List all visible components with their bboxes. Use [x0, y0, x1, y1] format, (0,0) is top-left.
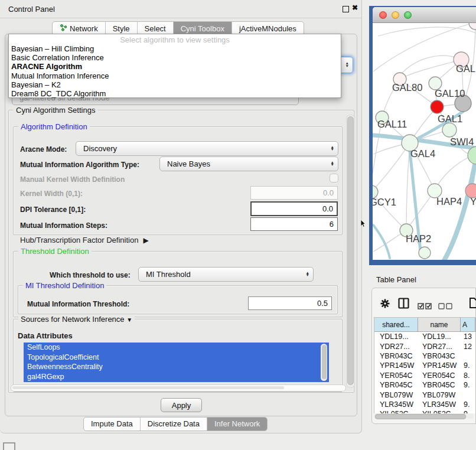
table-cell[interactable]: YBL079W [418, 391, 461, 399]
attributes-vertical-scrollbar[interactable] [321, 344, 327, 381]
table-row[interactable]: YBL079WYBL079W [374, 390, 475, 399]
algorithm-option[interactable]: Bayesian – Hill Climbing [9, 44, 341, 53]
kernel-width-label: Kernel Width (0,1): [20, 190, 83, 198]
node-attribute-table: shared... name A YDL19...YDL19...13YDR27… [374, 317, 476, 413]
table-cell[interactable]: YDR27... [418, 343, 461, 351]
close-traffic-light-icon[interactable] [379, 11, 387, 19]
table-cell[interactable]: YDR27... [374, 343, 418, 351]
screen: { "control_panel": { "title": "Control P… [0, 0, 476, 450]
mi-algorithm-type-label: Mutual Information Algorithm Type: [20, 161, 139, 169]
mi-algorithm-type-combo[interactable]: Naive Bayes ▲▼ [159, 156, 338, 171]
table-cell[interactable]: YBR045C [418, 381, 461, 389]
algorithm-option[interactable]: ARACNE Algorithm [9, 62, 341, 71]
attribute-item[interactable]: BetweennessCentrality [24, 362, 329, 372]
unchecked-boxes-icon[interactable] [438, 301, 452, 312]
algorithm-definition-title: Algorithm Definition [18, 122, 90, 131]
table-cell[interactable]: YBR043C [418, 352, 461, 360]
network-node-label: GCY1 [373, 197, 396, 207]
settings-vertical-scrollbar[interactable] [346, 115, 355, 388]
network-window-titlebar[interactable] [373, 7, 476, 23]
table-horizontal-scrollbar[interactable] [374, 413, 474, 419]
table-row[interactable]: YDR27...YDR27...12 [374, 341, 475, 351]
minimize-traffic-light-icon[interactable] [392, 11, 399, 19]
network-node-label: GAL [456, 63, 475, 74]
network-node-label: GAL11 [377, 119, 407, 129]
zoom-traffic-light-icon[interactable] [404, 11, 412, 19]
table-cell[interactable]: YLR345W [374, 400, 418, 409]
table-row[interactable]: YBR045CYBR045C9. [374, 380, 475, 390]
table-row[interactable]: YIL052CYIL052C9 [374, 409, 475, 413]
table-cell[interactable]: YLR345W [418, 400, 461, 409]
attribute-item[interactable]: gal4RGexp [24, 372, 329, 382]
algorithm-option[interactable]: Mutual Information Inference [9, 71, 341, 80]
gear-icon[interactable] [380, 298, 390, 311]
table-cell[interactable]: YPR145W [418, 361, 461, 370]
network-node-label: GAL4 [410, 148, 435, 159]
table-cell[interactable]: YBR045C [374, 381, 418, 389]
mi-threshold-definition-title: MI Threshold Definition [23, 281, 106, 290]
table-cell[interactable]: YPR145W [374, 361, 418, 370]
table-cell[interactable]: 12 [461, 343, 475, 351]
tab-discretize-data[interactable]: Discretize Data [141, 418, 207, 431]
minimized-panel-chip[interactable] [3, 442, 15, 450]
table-cell[interactable]: YDL19... [374, 332, 418, 341]
network-node[interactable] [442, 123, 457, 137]
table-cell[interactable]: 13 [461, 332, 475, 341]
network-node-label: Y [470, 196, 476, 207]
network-node[interactable] [431, 100, 444, 113]
table-cell[interactable]: 9. [461, 400, 475, 409]
table-cell[interactable]: YDL19... [418, 332, 461, 341]
tab-infer-network[interactable]: Infer Network [207, 418, 267, 431]
apply-button[interactable]: Apply [161, 398, 202, 412]
network-canvas[interactable]: GALGAL80GAL10GAL1GAL11GAL4SWI4GCY1HAP4YH… [373, 23, 476, 260]
table-row[interactable]: YLR345WYLR345W9. [374, 400, 475, 409]
algorithm-option[interactable]: Bayesian – K2 [9, 80, 341, 89]
spinner-arrows-icon: ▲▼ [331, 146, 334, 151]
column-header-partial[interactable]: A [461, 318, 475, 331]
table-cell[interactable]: YBL079W [374, 391, 418, 399]
columns-icon[interactable] [398, 298, 409, 311]
close-icon[interactable]: ✖ [352, 4, 358, 12]
table-header-row: shared... name A [374, 318, 475, 332]
sources-group-title[interactable]: Sources for Network Inference ▼ [18, 315, 135, 324]
kernel-width-field[interactable]: 0.0 [250, 186, 338, 200]
aracne-mode-combo[interactable]: Discovery ▲▼ [76, 141, 338, 156]
hub-transcription-factor-section[interactable]: Hub/Transcription Factor Definition ▶ [20, 236, 149, 244]
algorithm-option[interactable]: Dream8 DC_TDC Algorithm [9, 89, 341, 98]
attribute-item[interactable]: SelfLoops [24, 343, 329, 353]
table-cell[interactable]: 9. [461, 381, 475, 389]
network-node-label: SWI4 [450, 136, 474, 147]
network-node[interactable] [419, 247, 431, 259]
threshold-definition-title: Threshold Definition [18, 247, 92, 256]
network-edge [378, 27, 476, 36]
manual-kernel-width-label: Manual Kernel Width Definition [20, 175, 125, 184]
aracne-mode-label: Aracne Mode: [20, 145, 67, 154]
table-cell[interactable]: YER054C [418, 371, 461, 380]
table-cell[interactable]: YBR043C [374, 352, 418, 360]
table-cell[interactable]: YER054C [374, 371, 418, 380]
table-row[interactable]: YDL19...YDL19...13 [374, 332, 475, 341]
mi-steps-field[interactable]: 6 [250, 217, 338, 231]
table-row[interactable]: YER054CYER054C8. [374, 371, 475, 380]
algorithm-option[interactable]: Basic Correlation Inference [9, 53, 341, 62]
network-node[interactable] [469, 23, 476, 30]
column-header-name[interactable]: name [418, 318, 461, 331]
control-panel-title: Control Panel [8, 5, 55, 14]
dpi-tolerance-field[interactable]: 0.0 [250, 201, 338, 216]
mi-threshold-field[interactable]: 0.5 [248, 296, 332, 310]
table-row[interactable]: YBR043CYBR043C [374, 351, 475, 361]
settings-horizontal-scrollbar[interactable] [11, 384, 346, 392]
table-cell[interactable]: 9. [461, 361, 475, 370]
float-window-icon[interactable] [343, 6, 349, 12]
checked-boxes-icon[interactable] [418, 301, 432, 312]
which-threshold-combo[interactable]: MI Threshold ▲▼ [138, 267, 314, 282]
table-row[interactable]: YPR145WYPR145W9. [374, 361, 475, 370]
data-attributes-list[interactable]: SelfLoopsTopologicalCoefficientBetweenne… [24, 343, 329, 382]
document-icon[interactable] [469, 297, 476, 311]
column-header-shared-name[interactable]: shared... [374, 318, 418, 331]
manual-kernel-width-checkbox[interactable] [330, 174, 338, 182]
table-cell[interactable]: 8. [461, 371, 475, 380]
attribute-item[interactable]: TopologicalCoefficient [24, 353, 329, 363]
tab-impute-data[interactable]: Impute Data [84, 418, 141, 431]
spinner-arrows-icon: ▲▼ [306, 272, 309, 277]
